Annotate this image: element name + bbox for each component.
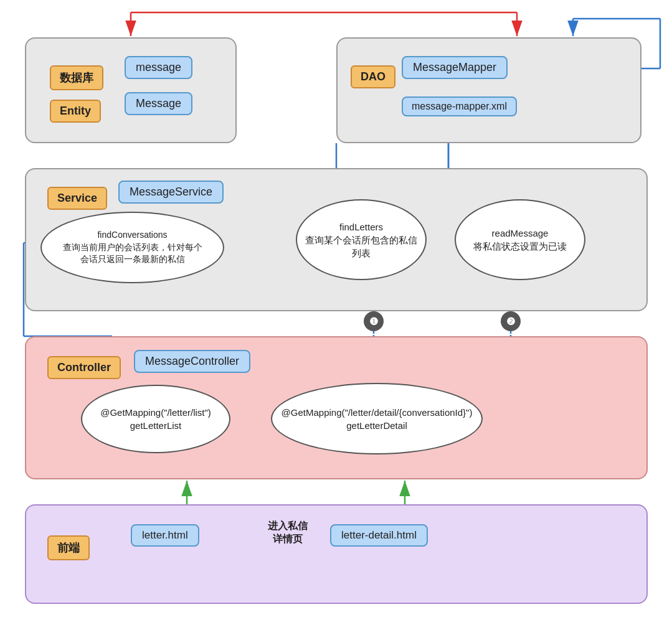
- read-message-oval: readMessage将私信状态设置为已读: [455, 199, 585, 280]
- diagram-container: 数据库 message Entity Message DAO MessageMa…: [0, 0, 672, 640]
- letter-detail-html-label: letter-detail.html: [330, 524, 428, 547]
- controller-label: Controller: [47, 356, 121, 379]
- flow-label: 进入私信 详情页: [268, 520, 308, 546]
- number-1-circle: ❶: [364, 311, 384, 331]
- read-message-text: readMessage将私信状态设置为已读: [473, 227, 567, 253]
- find-conversations-oval: findConversations查询当前用户的会话列表，针对每个会话只返回一条…: [40, 212, 224, 283]
- dao-label: DAO: [351, 65, 395, 88]
- get-letter-detail-oval: @GetMapping("/letter/detail/{conversatio…: [271, 383, 483, 454]
- message-label: message: [125, 56, 192, 79]
- message-class-label: Message: [125, 92, 192, 115]
- db-layer: [25, 37, 237, 143]
- find-letters-text: findLetters查询某个会话所包含的私信列表: [305, 220, 417, 260]
- find-conversations-text: findConversations查询当前用户的会话列表，针对每个会话只返回一条…: [63, 229, 202, 266]
- dao-layer: [336, 37, 641, 143]
- get-letter-list-oval: @GetMapping("/letter/list")getLetterList: [81, 385, 230, 453]
- letter-html-label: letter.html: [131, 524, 199, 547]
- mapper-label: MessageMapper: [402, 56, 508, 79]
- find-letters-oval: findLetters查询某个会话所包含的私信列表: [296, 199, 427, 280]
- xml-label: message-mapper.xml: [402, 96, 517, 116]
- service-label: Service: [47, 187, 107, 210]
- number-1: ❶: [369, 316, 378, 327]
- message-service-label: MessageService: [118, 181, 224, 204]
- get-letter-detail-text: @GetMapping("/letter/detail/{conversatio…: [282, 406, 473, 432]
- number-2-circle: ❷: [501, 311, 521, 331]
- entity-label: Entity: [50, 100, 101, 123]
- get-letter-list-text: @GetMapping("/letter/list")getLetterList: [100, 406, 211, 432]
- message-controller-label: MessageController: [134, 350, 250, 373]
- db-label: 数据库: [50, 65, 103, 90]
- number-2: ❷: [506, 316, 515, 327]
- flow-label-text: 进入私信: [268, 520, 308, 531]
- frontend-label: 前端: [47, 535, 90, 560]
- frontend-layer: [25, 504, 648, 604]
- flow-label-text2: 详情页: [273, 534, 303, 544]
